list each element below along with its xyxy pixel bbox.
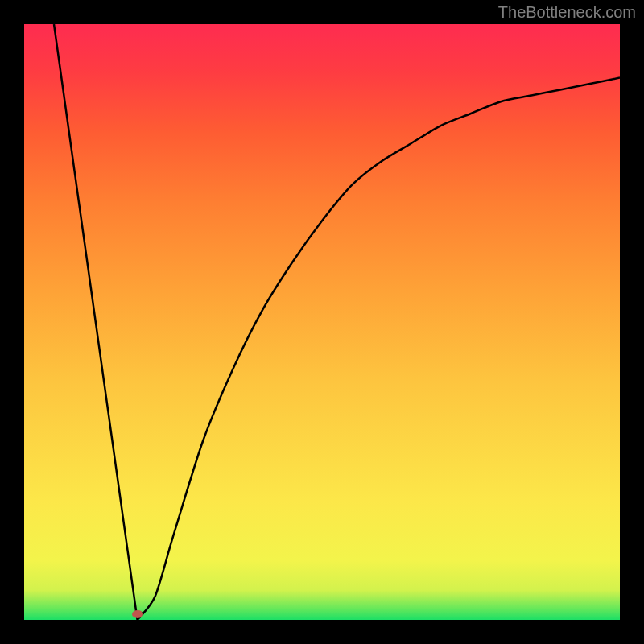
plot-area xyxy=(24,24,620,620)
bottleneck-curve xyxy=(54,24,620,620)
chart-container: TheBottleneck.com xyxy=(0,0,644,644)
optimum-marker xyxy=(132,610,143,618)
curve-svg xyxy=(24,24,620,620)
watermark-text: TheBottleneck.com xyxy=(498,3,636,22)
